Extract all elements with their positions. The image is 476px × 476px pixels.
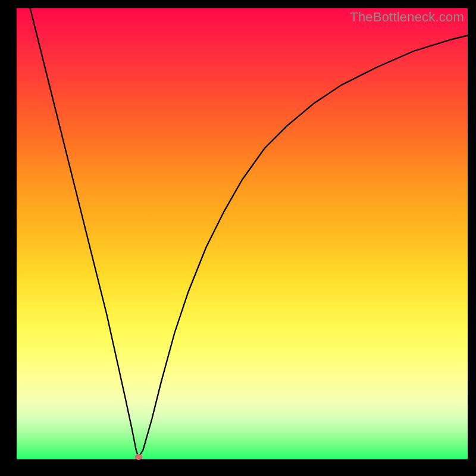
curve-path bbox=[30, 8, 468, 457]
plot-area: TheBottleneck.com bbox=[17, 8, 468, 459]
minimum-marker bbox=[134, 454, 142, 460]
chart-frame: TheBottleneck.com bbox=[0, 0, 476, 476]
curve-svg bbox=[17, 8, 468, 459]
